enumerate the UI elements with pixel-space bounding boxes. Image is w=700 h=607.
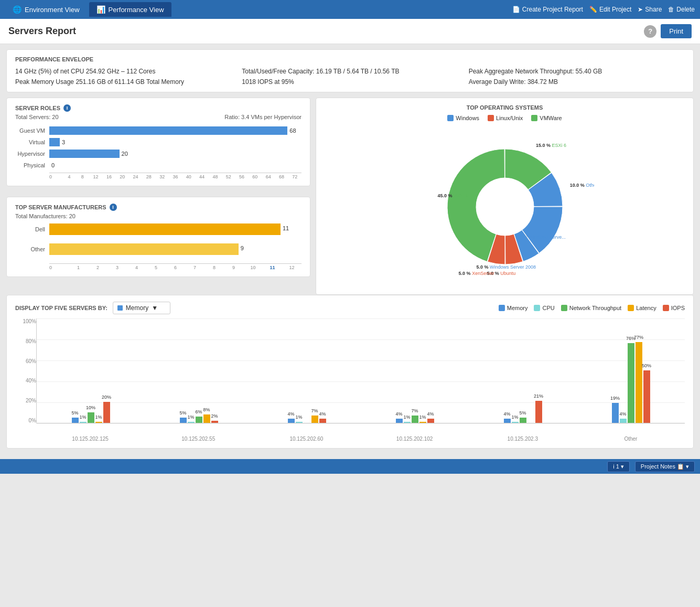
print-button[interactable]: Print	[661, 24, 692, 38]
create-report-button[interactable]: 📄 Create Project Report	[512, 6, 583, 13]
page-button[interactable]: i 1 ▾	[607, 461, 630, 472]
server-bar[interactable]: 1%	[404, 422, 411, 423]
bar-pct-label: 4%	[287, 411, 294, 417]
server-bar[interactable]: 8%	[203, 414, 210, 423]
tab-environment-view[interactable]: 🌐 Environment View	[5, 2, 87, 17]
server-bar[interactable]: 20%	[103, 402, 110, 423]
server-bar[interactable]: 7%	[412, 416, 418, 423]
server-bar[interactable]: 1%	[80, 422, 87, 423]
server-bar[interactable]: 4%	[427, 419, 434, 423]
bar-pct-label: 1%	[295, 414, 302, 420]
bar-row-virtual: Virtual3	[15, 138, 301, 146]
server-bar[interactable]: 50%	[643, 370, 650, 423]
server-bar[interactable]: 6%	[196, 417, 202, 423]
server-bar[interactable]: 1%	[419, 422, 426, 423]
bar-track: 3	[49, 138, 301, 146]
manufacturers-chart: Dell11Other90123456789101112	[15, 223, 301, 270]
bar-value: 68	[289, 126, 296, 135]
perf-tab-label: Performance View	[109, 6, 164, 14]
server-bar[interactable]: 7%	[311, 416, 318, 423]
help-button[interactable]: ?	[644, 25, 656, 38]
mfg-bar-track: 9	[49, 243, 301, 255]
share-button[interactable]: ➤ Share	[638, 6, 662, 13]
donut-label-1: 10.0 % Other	[569, 183, 594, 188]
manufacturers-info-icon[interactable]: i	[110, 204, 117, 211]
server-bar[interactable]: 76%	[628, 343, 634, 423]
vmware-legend-dot	[531, 115, 537, 121]
performance-envelope-card: PERFORMANCE ENVELOPE 14 GHz (5%) of net …	[6, 49, 694, 92]
bar-pct-label: 8%	[203, 407, 210, 412]
server-bar[interactable]: 19%	[612, 403, 619, 423]
bar-pct-label: 7%	[411, 408, 418, 413]
axis-label: 4	[62, 174, 76, 179]
server-bar[interactable]: 5%	[180, 418, 187, 423]
server-bar[interactable]: 1%	[512, 422, 519, 423]
server-bar[interactable]: 2%	[211, 421, 218, 423]
chart-legend: Memory CPU Network Throughput Latency IO…	[499, 305, 685, 311]
y-axis-label: 80%	[15, 338, 36, 344]
report-icon: 📄	[512, 6, 520, 13]
bar-track: 0	[49, 161, 301, 169]
metric-dropdown[interactable]: Memory ▼	[113, 302, 170, 314]
server-bar[interactable]: 21%	[535, 401, 542, 423]
bar-pct-label: 1%	[403, 414, 410, 420]
bottom-chart-wrapper: 100%80%60%40%20%0%5%1%10%1%20%5%1%6%8%2%…	[15, 318, 685, 434]
server-group: 4%1%5%21%	[469, 318, 577, 423]
server-bar[interactable]: 4%	[396, 419, 403, 423]
perf-stats-grid: 14 GHz (5%) of net CPU 254.92 GHz – 112 …	[15, 68, 685, 86]
bar-fill	[49, 126, 287, 135]
chart-area: 5%1%10%1%20%5%1%6%8%2%4%1%7%4%4%1%7%1%4%…	[36, 318, 685, 423]
edit-project-button[interactable]: ✏️ Edit Project	[589, 6, 631, 13]
bar-pct-label: 4%	[319, 411, 326, 417]
tab-performance-view[interactable]: 📊 Performance View	[89, 2, 171, 17]
project-notes-button[interactable]: Project Notes 📋 ▾	[635, 461, 695, 472]
y-axis-label: 20%	[15, 398, 36, 403]
server-group: 4%1%7%1%4%	[361, 318, 469, 423]
server-bar[interactable]: 4%	[288, 419, 295, 423]
bar-row-physical: Physical0	[15, 161, 301, 169]
nav-actions: 📄 Create Project Report ✏️ Edit Project …	[512, 6, 695, 13]
server-bar[interactable]: 77%	[636, 342, 642, 423]
server-bar[interactable]: 1%	[188, 422, 195, 423]
server-bars: 5%1%6%8%2%	[180, 318, 218, 423]
delete-button[interactable]: 🗑 Delete	[668, 6, 695, 13]
mfg-bar-row: Dell11	[15, 223, 301, 235]
server-roles-info-icon[interactable]: i	[63, 104, 71, 112]
axis-label: 60	[249, 174, 262, 179]
server-bar[interactable]: 10%	[88, 412, 94, 423]
chevron-down-icon: ▼	[152, 304, 158, 312]
server-bars: 19%4%76%77%50%	[612, 318, 650, 423]
mfg-axis-label: 0	[49, 265, 69, 270]
legend-network: Network Throughput	[561, 305, 621, 311]
bar-value: 20	[122, 150, 128, 158]
server-group: 4%1%7%4%	[253, 318, 361, 423]
perf-stat-0: 14 GHz (5%) of net CPU 254.92 GHz – 112 …	[15, 68, 231, 75]
server-bar[interactable]: 4%	[620, 419, 627, 423]
server-bar[interactable]: 5%	[72, 418, 79, 423]
axis-label: 20	[116, 174, 129, 179]
bar-label: Virtual	[15, 139, 49, 145]
axis-label: 16	[102, 174, 115, 179]
x-axis-labels: 10.125.202.12510.125.202.5510.125.202.60…	[36, 436, 685, 442]
server-roles-ratio: Ratio: 3.4 VMs per Hypervisor	[224, 114, 301, 120]
bar-fill	[49, 138, 60, 146]
bar-pct-label: 19%	[610, 396, 620, 401]
server-bar[interactable]: 1%	[296, 422, 303, 423]
latency-dot	[628, 305, 634, 311]
donut-label-3: 5.0 % Windows Server 2008	[476, 264, 536, 270]
axis-label: 24	[129, 174, 142, 179]
performance-icon: 📊	[96, 5, 105, 14]
mfg-axis-label: 11	[263, 265, 282, 270]
server-bar[interactable]: 1%	[95, 422, 102, 423]
bar-axis: 04812162024283236404448525660646872	[49, 173, 301, 179]
donut-svg: 15.0 % ESXi 610.0 % Other15.0 % Windows …	[416, 125, 594, 283]
axis-label: 64	[262, 174, 275, 179]
server-bars: 4%1%5%21%	[504, 318, 542, 423]
x-axis-label: 10.125.202.125	[36, 436, 144, 442]
server-bar[interactable]: 5%	[520, 418, 526, 423]
manufacturers-subtitle: Total Manufacturers: 20	[15, 213, 301, 219]
mfg-axis-label: 10	[243, 265, 263, 270]
axis-label: 28	[142, 174, 155, 179]
server-bar[interactable]: 4%	[504, 419, 511, 423]
server-bar[interactable]: 4%	[319, 419, 326, 423]
